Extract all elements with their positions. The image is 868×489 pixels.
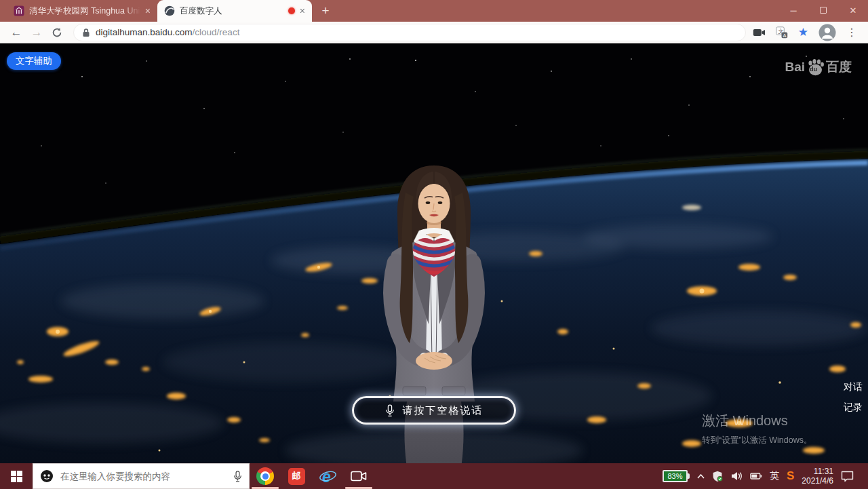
taskbar-chrome[interactable] xyxy=(250,463,281,489)
browser-tab-strip: 清华大学校园网 Tsinghua Univ × 百度数字人 × + ─ ✕ xyxy=(0,0,868,22)
sogou-input-icon[interactable]: S xyxy=(787,469,794,483)
url-text: digitalhuman.baidu.com/cloud/react xyxy=(96,27,239,37)
restore-button[interactable] xyxy=(808,0,838,20)
url-host: digitalhuman.baidu.com xyxy=(96,27,193,37)
action-center-icon[interactable] xyxy=(841,471,854,482)
system-tray: 83% 英 S 11:31 xyxy=(663,463,868,489)
taskbar-internet-explorer[interactable]: e xyxy=(312,463,343,489)
page-viewport: 文字辅助 Bai du 百度 对话 记录 xyxy=(0,43,868,463)
taskbar-search[interactable] xyxy=(33,463,250,489)
volume-icon[interactable] xyxy=(731,471,743,481)
reload-button[interactable] xyxy=(47,23,66,42)
tab-digital-human[interactable]: 百度数字人 × xyxy=(157,0,312,22)
svg-text:e: e xyxy=(322,467,331,485)
tab-close-icon[interactable]: × xyxy=(145,6,151,16)
ie-icon: e xyxy=(319,467,337,486)
tray-overflow-chevron-icon[interactable] xyxy=(697,474,705,479)
push-to-talk-button[interactable]: 请按下空格说话 xyxy=(352,396,516,425)
address-bar[interactable]: digitalhuman.baidu.com/cloud/react xyxy=(73,24,746,41)
microphone-icon xyxy=(385,404,395,418)
windows-activation-watermark: 激活 Windows 转到“设置”以激活 Windows。 xyxy=(702,412,812,446)
dialog-tab[interactable]: 对话 xyxy=(844,381,863,393)
screen: 清华大学校园网 Tsinghua Univ × 百度数字人 × + ─ ✕ ← … xyxy=(0,0,868,489)
camera-in-use-icon[interactable] xyxy=(753,28,766,37)
tab-close-icon[interactable]: × xyxy=(300,6,305,16)
profile-avatar[interactable] xyxy=(818,24,836,41)
windows-taskbar: 邮 e 83% xyxy=(0,463,868,489)
taskbar-camera-app[interactable] xyxy=(343,463,374,489)
browser-toolbar: ← → digitalhuman.baidu.com/cloud/react 文 xyxy=(0,22,868,43)
record-tab[interactable]: 记录 xyxy=(844,402,863,414)
tab-tsinghua[interactable]: 清华大学校园网 Tsinghua Univ × xyxy=(7,0,157,22)
translate-icon[interactable]: 文 A xyxy=(776,26,788,39)
side-panel-tabs: 对话 记录 xyxy=(844,381,863,422)
tab-title: 清华大学校园网 Tsinghua Univ xyxy=(29,5,140,17)
start-button[interactable] xyxy=(0,463,33,489)
baidu-logo-bai: Bai xyxy=(785,60,805,75)
language-indicator[interactable]: 英 xyxy=(770,470,779,482)
taskbar-mail[interactable]: 邮 xyxy=(281,463,312,489)
tsinghua-favicon xyxy=(14,5,24,16)
search-input[interactable] xyxy=(60,471,226,482)
lock-icon xyxy=(82,28,90,37)
menu-kebab-icon[interactable]: ⋮ xyxy=(846,26,857,39)
svg-text:A: A xyxy=(783,32,786,38)
baidu-logo: Bai du 百度 xyxy=(785,58,852,76)
close-button[interactable]: ✕ xyxy=(838,0,868,20)
bookmark-star-icon[interactable]: ★ xyxy=(798,25,808,39)
text-assist-button[interactable]: 文字辅助 xyxy=(7,52,61,70)
reload-icon xyxy=(52,27,62,38)
battery-percent: 83% xyxy=(663,470,688,482)
activate-subtitle: 转到“设置”以激活 Windows。 xyxy=(702,435,812,446)
tab-recording-indicator-icon xyxy=(288,7,295,14)
baidu-logo-suffix: 百度 xyxy=(826,58,852,76)
back-button[interactable]: ← xyxy=(7,23,26,42)
taskbar-clock[interactable]: 11:31 2021/4/6 xyxy=(802,467,833,486)
chrome-icon xyxy=(256,467,274,485)
push-to-talk-label: 请按下空格说话 xyxy=(403,404,484,417)
tab-title: 百度数字人 xyxy=(180,5,283,17)
cortana-icon xyxy=(40,469,54,483)
video-camera-icon xyxy=(351,470,367,482)
battery-indicator[interactable]: 83% xyxy=(663,470,690,482)
new-tab-button[interactable]: + xyxy=(316,1,335,20)
clock-time: 11:31 xyxy=(802,467,833,476)
activate-title: 激活 Windows xyxy=(702,412,812,430)
restore-icon xyxy=(820,7,827,14)
search-mic-icon[interactable] xyxy=(233,470,242,483)
forward-button[interactable]: → xyxy=(27,23,46,42)
battery-tray-icon[interactable] xyxy=(750,473,762,480)
baidu-paw-icon: du xyxy=(806,58,825,76)
url-path: /cloud/react xyxy=(193,27,240,37)
defender-shield-icon[interactable] xyxy=(712,471,724,482)
battery-nub xyxy=(688,473,690,479)
minimize-button[interactable]: ─ xyxy=(778,0,808,20)
window-controls: ─ ✕ xyxy=(778,0,868,20)
windows-logo-icon xyxy=(11,471,22,482)
globe-favicon xyxy=(164,5,175,16)
mail-icon: 邮 xyxy=(288,468,305,485)
clock-date: 2021/4/6 xyxy=(802,476,833,486)
toolbar-actions: 文 A ★ ⋮ xyxy=(753,24,861,41)
baidu-logo-du: du xyxy=(810,66,817,73)
